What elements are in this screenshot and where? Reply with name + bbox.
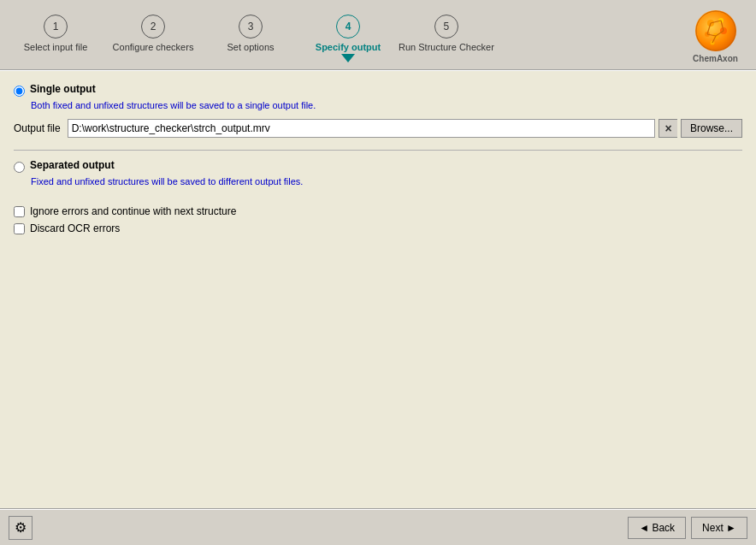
logo-text: ChemAxon (693, 54, 738, 63)
step-label-2: Configure checkers (113, 42, 194, 52)
right-buttons: ◄ Back Next ► (628, 517, 747, 539)
discard-ocr-row[interactable]: Discard OCR errors (14, 222, 742, 234)
step-circle-5: 5 (434, 15, 458, 39)
gear-icon: ⚙ (15, 519, 27, 536)
ignore-errors-row[interactable]: Ignore errors and continue with next str… (14, 205, 742, 217)
wizard-step-4[interactable]: 4 Specify output (301, 15, 395, 62)
back-button[interactable]: ◄ Back (628, 517, 686, 539)
output-file-label: Output file (14, 122, 61, 134)
logo-area: ChemAxon (683, 10, 747, 63)
single-output-radio[interactable] (14, 86, 25, 97)
chemaxon-logo-svg (695, 10, 736, 51)
main-content: Single output Both fixed and unfixed str… (0, 70, 756, 509)
output-file-input[interactable] (68, 119, 655, 138)
separated-output-radio[interactable] (14, 162, 25, 173)
step-circle-1: 1 (44, 15, 68, 39)
browse-button[interactable]: Browse... (681, 119, 742, 138)
wizard-step-2[interactable]: 2 Configure checkers (106, 15, 200, 52)
single-output-desc: Both fixed and unfixed structures will b… (31, 100, 742, 110)
single-output-option[interactable]: Single output (14, 83, 742, 97)
wizard-header: 1 Select input file 2 Configure checkers… (0, 0, 756, 70)
wizard-steps: 1 Select input file 2 Configure checkers… (9, 15, 683, 62)
file-row: Output file × Browse... (14, 119, 742, 138)
clear-button[interactable]: × (659, 119, 677, 138)
wizard-step-1[interactable]: 1 Select input file (9, 15, 103, 52)
discard-ocr-label[interactable]: Discard OCR errors (30, 222, 120, 234)
ignore-errors-label[interactable]: Ignore errors and continue with next str… (30, 205, 236, 217)
ignore-errors-checkbox[interactable] (14, 206, 25, 217)
step-label-3: Set options (227, 42, 274, 52)
step-circle-3: 3 (239, 15, 263, 39)
svg-point-0 (696, 11, 735, 50)
separated-output-desc: Fixed and unfixed structures will be sav… (31, 176, 742, 187)
step-circle-4: 4 (336, 15, 360, 39)
separator (14, 150, 742, 151)
discard-ocr-checkbox[interactable] (14, 223, 25, 234)
wizard-step-5[interactable]: 5 Run Structure Checker (399, 15, 494, 52)
separated-output-option[interactable]: Separated output (14, 159, 742, 173)
next-button[interactable]: Next ► (691, 517, 747, 539)
separated-output-label[interactable]: Separated output (30, 159, 115, 171)
bottom-bar: ⚙ ◄ Back Next ► (0, 509, 756, 545)
step-label-1: Select input file (24, 42, 88, 52)
wizard-step-3[interactable]: 3 Set options (204, 15, 298, 52)
step-label-4: Specify output (316, 42, 381, 52)
logo-icon (695, 10, 736, 51)
gear-button[interactable]: ⚙ (9, 516, 32, 540)
step-label-5: Run Structure Checker (399, 42, 494, 52)
single-output-label[interactable]: Single output (30, 83, 96, 95)
step-circle-2: 2 (141, 15, 165, 39)
active-step-arrow (341, 54, 355, 62)
